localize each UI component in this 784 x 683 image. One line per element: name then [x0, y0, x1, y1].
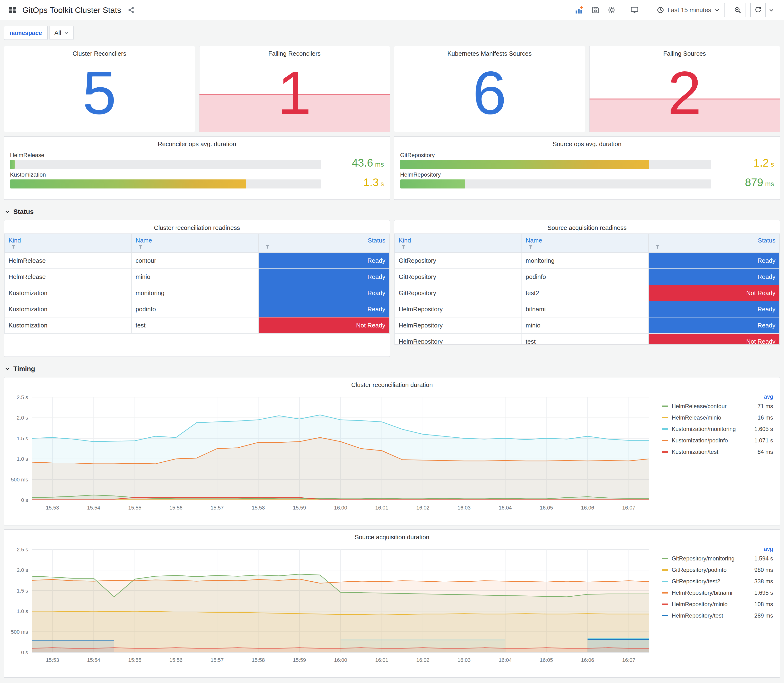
svg-text:15:59: 15:59 — [293, 505, 306, 511]
cell-name: minio — [131, 269, 259, 285]
filter-funnel-icon[interactable] — [528, 244, 533, 249]
chart-legend: avgHelmRelease/contour71 msHelmRelease/m… — [657, 393, 777, 513]
add-panel-icon[interactable] — [574, 4, 585, 16]
chevron-down-icon — [64, 30, 69, 35]
cell-status: Ready — [258, 269, 390, 285]
zoom-out-button[interactable] — [730, 3, 746, 18]
panel-title[interactable]: Reconciler ops avg. duration — [10, 136, 384, 150]
legend-item-gitrepository-monitoring[interactable]: GitRepository/monitoring1.594 s — [662, 553, 773, 564]
plot-area: 0 s500 ms1.0 s1.5 s2.0 s2.5 s15:5315:541… — [6, 545, 657, 665]
svg-text:16:00: 16:00 — [334, 505, 347, 511]
column-header-name[interactable]: Name — [131, 234, 259, 252]
series-avg-value: 1.594 s — [754, 555, 773, 562]
refresh-button[interactable] — [750, 3, 766, 18]
readiness-table: KindNameStatusHelmReleasecontourReadyHel… — [4, 234, 390, 333]
column-header-kind[interactable]: Kind — [5, 234, 131, 252]
legend-item-kustomization-monitoring[interactable]: Kustomization/monitoring1.605 s — [662, 423, 773, 435]
legend-item-helmrepository-bitnami[interactable]: HelmRepository/bitnami1.695 s — [662, 587, 773, 598]
cell-kind: Kustomization — [5, 285, 131, 301]
svg-text:16:00: 16:00 — [334, 657, 347, 663]
apps-grid-icon[interactable] — [6, 4, 18, 16]
panel-title[interactable]: Source acquisition duration — [4, 530, 780, 543]
svg-text:1.0 s: 1.0 s — [17, 456, 28, 462]
table-row: KustomizationpodinfoReady — [5, 301, 390, 317]
gauge-fill — [400, 160, 649, 169]
legend-item-helmrepository-test[interactable]: HelmRepository/test289 ms — [662, 610, 773, 621]
legend-item-kustomization-test[interactable]: Kustomization/test84 ms — [662, 446, 773, 458]
legend-item-kustomization-podinfo[interactable]: Kustomization/podinfo1.071 s — [662, 435, 773, 446]
share-icon[interactable] — [125, 4, 137, 16]
cycle-view-icon[interactable] — [629, 4, 640, 16]
series-name: GitRepository/monitoring — [672, 555, 751, 562]
cell-name: contour — [131, 252, 259, 269]
filter-funnel-icon[interactable] — [11, 244, 16, 249]
section-status[interactable]: Status — [4, 204, 780, 220]
time-series-plot: 0 s500 ms1.0 s1.5 s2.0 s2.5 s15:5315:541… — [6, 545, 656, 665]
legend-item-helmrepository-minio[interactable]: HelmRepository/minio108 ms — [662, 598, 773, 610]
settings-gear-icon[interactable] — [606, 4, 617, 16]
series-name: HelmRepository/minio — [672, 601, 751, 608]
filter-funnel-icon[interactable] — [138, 244, 143, 249]
legend-item-helmrelease-contour[interactable]: HelmRelease/contour71 ms — [662, 401, 773, 412]
filter-funnel-icon[interactable] — [265, 244, 270, 249]
bar-gauge-helmrepository: HelmRepository879ms — [400, 169, 774, 189]
time-picker-button[interactable]: Last 15 minutes — [652, 3, 725, 18]
panel-title[interactable]: Cluster reconciliation duration — [4, 377, 780, 391]
series-avg-value: 84 ms — [758, 449, 773, 455]
bar-gauge-kustomization: Kustomization1.3s — [10, 169, 384, 189]
series-avg-value: 980 ms — [754, 567, 773, 573]
section-timing[interactable]: Timing — [4, 361, 780, 377]
svg-text:16:06: 16:06 — [581, 505, 594, 511]
cell-name: podinfo — [131, 301, 259, 317]
panel-title[interactable]: Cluster reconciliation readiness — [4, 220, 390, 234]
svg-text:15:58: 15:58 — [252, 657, 265, 663]
save-dashboard-icon[interactable] — [590, 4, 601, 16]
legend-item-gitrepository-test2[interactable]: GitRepository/test2338 ms — [662, 576, 773, 587]
legend-item-helmrelease-minio[interactable]: HelmRelease/minio16 ms — [662, 412, 773, 423]
svg-text:16:03: 16:03 — [457, 657, 471, 663]
svg-text:15:59: 15:59 — [293, 657, 306, 663]
chart-legend: avgGitRepository/monitoring1.594 sGitRep… — [657, 545, 777, 665]
series-color-marker — [662, 581, 669, 582]
column-header-status[interactable]: Status — [649, 234, 779, 252]
series-name: HelmRelease/contour — [672, 403, 754, 410]
series-avg-value: 16 ms — [758, 414, 773, 421]
filter-funnel-icon[interactable] — [655, 244, 660, 249]
legend-item-gitrepository-podinfo[interactable]: GitRepository/podinfo980 ms — [662, 564, 773, 576]
plot-area: 0 s500 ms1.0 s1.5 s2.0 s2.5 s15:5315:541… — [6, 393, 657, 513]
series-color-marker — [662, 440, 669, 441]
cell-name: test2 — [522, 285, 649, 301]
cell-name: minio — [522, 317, 649, 333]
variable-namespace-value-dropdown[interactable]: All — [50, 26, 74, 40]
svg-text:1.5 s: 1.5 s — [17, 588, 28, 594]
bar-gauge-helmrelease: HelmRelease43.6ms — [10, 150, 384, 169]
series-color-marker — [662, 406, 669, 407]
filter-funnel-icon[interactable] — [401, 244, 406, 249]
gauge-value: 1.3s — [321, 169, 384, 189]
series-name: Kustomization/monitoring — [672, 426, 751, 433]
status-badge: Ready — [259, 253, 389, 268]
column-header-kind[interactable]: Kind — [394, 234, 522, 252]
cell-status: Ready — [649, 269, 779, 285]
chevron-down-icon — [5, 209, 10, 215]
readiness-table: KindNameStatusGitRepositorymonitoringRea… — [394, 234, 780, 345]
status-badge: Not Ready — [649, 285, 779, 301]
series-avg-value: 1.695 s — [754, 590, 773, 596]
svg-text:15:53: 15:53 — [46, 505, 59, 511]
legend-avg-header[interactable]: avg — [662, 546, 773, 552]
cell-name: podinfo — [522, 269, 649, 285]
series-name: GitRepository/test2 — [672, 578, 751, 585]
series-color-marker — [662, 558, 669, 559]
svg-text:15:56: 15:56 — [170, 657, 183, 663]
column-header-name[interactable]: Name — [522, 234, 649, 252]
series-color-marker — [662, 603, 669, 605]
panel-title[interactable]: Source ops avg. duration — [400, 136, 774, 150]
legend-avg-header[interactable]: avg — [662, 393, 773, 400]
chevron-down-icon — [769, 7, 774, 13]
svg-text:16:07: 16:07 — [622, 505, 635, 511]
svg-text:16:01: 16:01 — [375, 505, 388, 511]
panel-title[interactable]: Source acquisition readiness — [394, 220, 780, 234]
gauge-fill — [400, 180, 465, 189]
refresh-interval-dropdown[interactable] — [766, 3, 778, 18]
column-header-status[interactable]: Status — [258, 234, 390, 252]
